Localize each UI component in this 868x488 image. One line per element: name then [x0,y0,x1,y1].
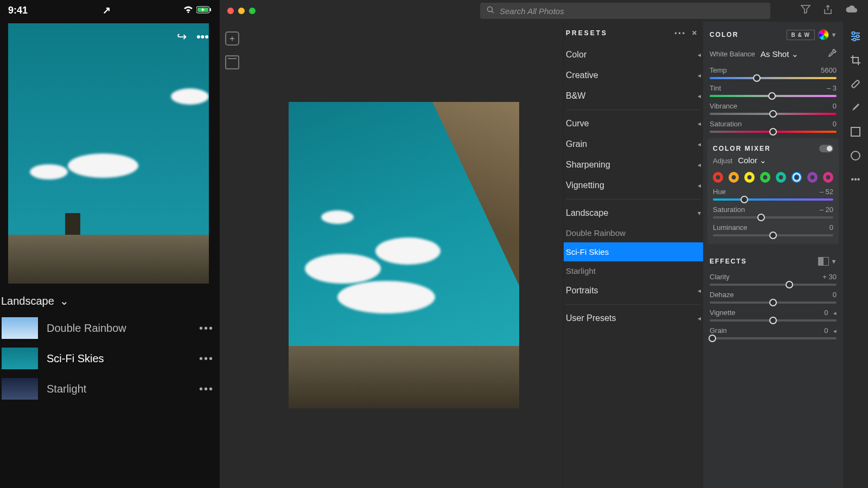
preset-group-user[interactable]: User Presets ◂ [564,308,703,329]
preset-item[interactable]: Starlight [564,261,703,280]
search-icon [487,6,494,16]
mixer-toggle[interactable] [819,145,833,152]
white-balance-label: White Balance [710,50,755,58]
add-button[interactable]: ＋ [225,31,239,46]
cloud-icon[interactable] [845,5,857,17]
chevron-left-icon[interactable]: ◂ [833,328,837,334]
linear-gradient-icon[interactable] [850,126,861,138]
crop-icon[interactable] [850,54,861,66]
color-swatch[interactable] [713,172,723,183]
chevron-down-icon: ▾ [698,209,701,217]
slider-thumb[interactable] [757,214,765,221]
chevron-down-icon[interactable]: ▾ [832,31,837,38]
color-swatch[interactable] [792,172,802,183]
preset-group[interactable]: Sharpening◂ [564,155,703,175]
svg-point-3 [488,7,493,12]
slider-thumb[interactable] [786,281,793,288]
presets-more-icon[interactable]: ••• [674,29,686,37]
color-swatch[interactable] [823,172,833,183]
more-icon[interactable]: ••• [196,30,209,44]
edit-sliders-icon[interactable] [850,30,861,42]
adjust-select[interactable]: Color ⌄ [738,156,767,165]
chevron-left-icon: ◂ [698,140,701,148]
split-view-icon[interactable] [818,257,829,266]
radial-gradient-icon[interactable] [850,150,861,162]
presets-close-icon[interactable]: ✕ [692,29,699,37]
mobile-preset-group[interactable]: Landscape ⌄ [0,289,220,313]
slider-thumb[interactable] [769,232,777,239]
slider-thumb[interactable] [769,299,777,306]
mobile-preset-item[interactable]: Starlight ••• [0,374,220,404]
color-swatch[interactable] [760,172,770,183]
color-swatch[interactable] [776,172,786,183]
heal-icon[interactable] [850,78,861,90]
slider-tint: Tint– 3 [710,81,837,99]
preset-group[interactable]: Vignetting◂ [564,175,703,196]
color-swatch[interactable] [744,172,755,183]
preset-group[interactable]: Grain◂ [564,134,703,155]
chevron-left-icon: ◂ [698,92,701,100]
slider-temp: Temp5600 [710,63,837,81]
slider-thumb[interactable] [769,128,777,136]
svg-rect-8 [851,80,860,88]
preset-group[interactable]: Creative◂ [564,65,703,86]
slider-track[interactable] [713,198,833,201]
slider-track[interactable] [710,319,837,322]
chevron-down-icon[interactable]: ▾ [832,258,837,265]
slider-thumb[interactable] [741,196,748,203]
slider-thumb[interactable] [769,317,777,324]
photo-canvas[interactable] [245,22,563,488]
preset-item[interactable]: Double Rainbow [564,223,703,242]
preset-item[interactable]: Sci-Fi Skies [564,242,703,261]
brush-icon[interactable] [850,102,861,114]
mobile-preset-item[interactable]: Sci-Fi Skies ••• [0,343,220,374]
traffic-lights[interactable] [220,8,263,14]
bw-button[interactable]: B & W [787,30,815,40]
slider-track[interactable] [713,216,833,219]
color-swatch[interactable] [729,172,739,183]
preset-group-landscape[interactable]: Landscape ▾ [564,203,703,223]
slider-dehaze: Dehaze0 [710,288,837,306]
archive-button[interactable] [225,55,239,69]
color-swatch[interactable] [807,172,818,183]
slider-track[interactable] [710,77,837,79]
slider-grain: Grain0 ◂ [710,324,837,342]
preset-group-portraits[interactable]: Portraits ◂ [564,280,703,301]
chevron-left-icon: ◂ [698,72,701,79]
color-wheel-icon[interactable] [818,29,829,40]
slider-track[interactable] [713,234,833,236]
white-balance-select[interactable]: As Shot ⌄ [761,49,799,59]
preset-group[interactable]: Color◂ [564,44,703,65]
more-icon[interactable]: ••• [199,383,218,395]
chevron-down-icon: ⌄ [60,294,69,307]
chevron-left-icon: ◂ [698,51,701,59]
slider-thumb[interactable] [768,92,776,100]
svg-point-5 [852,32,855,35]
slider-hue: Hue– 52 [713,185,833,203]
slider-vignette: Vignette0 ◂ [710,306,837,324]
status-time: 9:41 [8,5,28,16]
eyedropper-icon[interactable] [828,49,837,59]
slider-track[interactable] [710,131,837,133]
slider-thumb[interactable] [709,335,716,342]
more-icon[interactable]: ••• [199,352,218,365]
slider-track[interactable] [710,95,837,97]
slider-track[interactable] [710,301,837,304]
preset-group[interactable]: Curve◂ [564,113,703,134]
search-input[interactable]: Search All Photos [480,3,770,19]
redo-icon[interactable]: ↪ [177,30,187,44]
mobile-preset-item[interactable]: Double Rainbow ••• [0,313,220,343]
slider-clarity: Clarity+ 30 [710,270,837,288]
filter-icon[interactable] [801,5,810,17]
slider-thumb[interactable] [753,74,761,82]
more-tools-icon[interactable]: ••• [850,174,861,185]
slider-track[interactable] [710,113,837,115]
slider-thumb[interactable] [769,110,777,118]
slider-track[interactable] [710,284,837,286]
preset-group[interactable]: B&W◂ [564,86,703,106]
slider-track[interactable] [710,337,837,339]
chevron-left-icon[interactable]: ◂ [833,310,837,316]
mobile-preview: 9:41 ↗ ↪ ••• Landscap [0,0,220,488]
share-icon[interactable] [824,5,832,17]
more-icon[interactable]: ••• [199,322,218,335]
